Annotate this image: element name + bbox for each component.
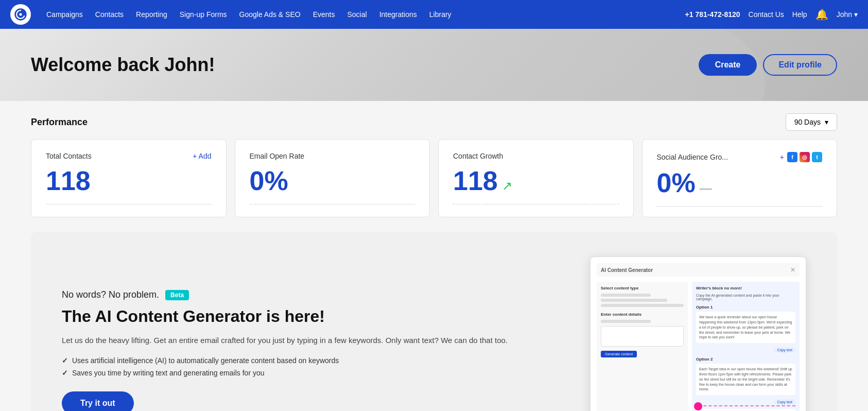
- stat-label-email-open-rate: Email Open Rate: [250, 152, 305, 160]
- screenshot-option2-text: Each Target idea in our open house this …: [696, 364, 795, 395]
- nav-links: Campaigns Contacts Reporting Sign-up For…: [41, 7, 685, 22]
- try-it-out-button[interactable]: Try it out: [62, 391, 134, 411]
- social-dash-indicator: —: [700, 181, 712, 195]
- stat-value-contact-growth: 118: [453, 166, 498, 196]
- screenshot-option2-label: Option 2: [696, 357, 795, 362]
- stat-footer: [46, 204, 212, 204]
- stat-card-contact-growth: Contact Growth 118 ↗: [438, 139, 634, 217]
- stat-card-header: Total Contacts + Add: [46, 152, 212, 160]
- nav-contact-us[interactable]: Contact Us: [749, 10, 784, 19]
- nav-item-contacts[interactable]: Contacts: [90, 7, 129, 22]
- screenshot-body: Select content type Enter content detail…: [597, 282, 800, 411]
- ai-text-section: No words? No problem. Beta The AI Conten…: [62, 289, 559, 411]
- stat-value-social-audience: 0%: [657, 168, 696, 198]
- screenshot-right-desc: Copy the AI-generated content and paste …: [696, 294, 795, 301]
- period-label: 90 Days: [794, 118, 821, 126]
- growth-indicator-icon: ↗: [502, 179, 512, 193]
- twitter-icon: t: [812, 152, 822, 162]
- nav-item-library[interactable]: Library: [424, 7, 457, 22]
- ai-content-banner: No words? No problem. Beta The AI Conten…: [31, 232, 837, 411]
- stat-label-contact-growth: Contact Growth: [453, 152, 503, 160]
- ai-description: Let us do the heavy lifting. Get an enti…: [62, 335, 559, 347]
- stat-footer: [657, 206, 823, 207]
- facebook-icon: f: [787, 152, 797, 162]
- nav-item-events[interactable]: Events: [308, 7, 340, 22]
- close-icon[interactable]: ✕: [790, 266, 795, 273]
- create-button[interactable]: Create: [699, 54, 757, 76]
- nav-phone: +1 781-472-8120: [685, 10, 740, 19]
- chevron-down-icon: ▾: [825, 118, 828, 126]
- beta-badge: Beta: [165, 290, 189, 300]
- screenshot-enter-title: Enter content details: [601, 312, 684, 317]
- copy-text-button-2[interactable]: Copy text: [774, 399, 795, 405]
- logo[interactable]: [10, 4, 31, 25]
- ai-features-list: Uses artificial intelligence (AI) to aut…: [62, 356, 559, 377]
- stat-card-social-audience: Social Audience Gro... + f ◎ t 0% —: [642, 139, 838, 217]
- ai-feature-item: Saves you time by writing text and gener…: [62, 369, 559, 377]
- screenshot-generate-btn: Generate content: [601, 351, 637, 357]
- screenshot-textarea: [601, 326, 684, 347]
- stat-footer: [250, 204, 415, 204]
- stat-label-social-audience: Social Audience Gro...: [657, 153, 728, 161]
- edit-profile-button[interactable]: Edit profile: [763, 54, 837, 76]
- add-social-button[interactable]: +: [780, 153, 784, 161]
- screenshot-title: AI Content Generator: [601, 267, 653, 273]
- screenshot-feedback: How'd we do?: [696, 409, 795, 411]
- nav-item-signup-forms[interactable]: Sign-up Forms: [175, 7, 232, 22]
- nav-item-google-ads[interactable]: Google Ads & SEO: [234, 7, 306, 22]
- stat-value-total-contacts: 118: [46, 166, 91, 196]
- page-title: Welcome back John!: [31, 54, 215, 76]
- stat-footer: [453, 204, 619, 204]
- stat-card-email-open-rate: Email Open Rate 0%: [235, 139, 430, 217]
- stat-card-total-contacts: Total Contacts + Add 118: [31, 139, 227, 217]
- screenshot-left-title: Select content type: [601, 286, 684, 290]
- username-label: John: [837, 10, 852, 19]
- stat-value-email-open-rate: 0%: [250, 166, 288, 196]
- navbar: Campaigns Contacts Reporting Sign-up For…: [0, 0, 868, 29]
- stat-card-header: Contact Growth: [453, 152, 619, 160]
- stat-card-header: Email Open Rate: [250, 152, 415, 160]
- user-menu[interactable]: John ▾: [837, 10, 858, 19]
- nav-item-reporting[interactable]: Reporting: [131, 7, 172, 22]
- screenshot-option1-label: Option 1: [696, 305, 795, 310]
- nav-item-social[interactable]: Social: [342, 7, 372, 22]
- bell-icon[interactable]: 🔔: [815, 8, 828, 21]
- ai-title: The AI Content Generator is here!: [62, 306, 559, 326]
- hero-buttons: Create Edit profile: [699, 54, 837, 76]
- svg-point-1: [19, 13, 22, 15]
- stat-cards: Total Contacts + Add 118 Email Open Rate…: [31, 139, 837, 217]
- screenshot-option1-text: We have a quick reminder about our open …: [696, 312, 795, 343]
- screenshot-left-panel: Select content type Enter content detail…: [597, 282, 688, 411]
- ai-no-words-label: No words? No problem.: [62, 289, 159, 300]
- add-contacts-button[interactable]: + Add: [193, 152, 211, 160]
- ss-divider: [601, 320, 651, 323]
- nav-item-integrations[interactable]: Integrations: [374, 7, 422, 22]
- nav-item-campaigns[interactable]: Campaigns: [41, 7, 88, 22]
- ss-divider: [601, 299, 667, 302]
- ss-divider: [601, 294, 651, 297]
- nav-help[interactable]: Help: [792, 10, 807, 19]
- performance-header: Performance 90 Days ▾: [31, 113, 837, 131]
- performance-title: Performance: [31, 117, 88, 128]
- instagram-icon: ◎: [800, 152, 810, 162]
- period-selector[interactable]: 90 Days ▾: [786, 113, 837, 131]
- main-content: Performance 90 Days ▾ Total Contacts + A…: [0, 101, 868, 411]
- social-icons: f ◎ t: [787, 152, 822, 162]
- dotted-line-decoration: [698, 405, 795, 406]
- screenshot-right-title: Writer's block no more!: [696, 286, 795, 290]
- stat-label-total-contacts: Total Contacts: [46, 152, 92, 160]
- ai-feature-item: Uses artificial intelligence (AI) to aut…: [62, 356, 559, 365]
- ai-screenshot-mockup: AI Content Generator ✕ Select content ty…: [590, 256, 806, 411]
- screenshot-header: AI Content Generator ✕: [597, 263, 800, 277]
- ai-header-row: No words? No problem. Beta: [62, 289, 559, 300]
- dot-decoration: [694, 402, 702, 410]
- stat-card-header: Social Audience Gro... + f ◎ t: [657, 152, 823, 162]
- nav-right: +1 781-472-8120 Contact Us Help 🔔 John ▾: [685, 8, 858, 21]
- ai-feature-text-2: Saves you time by writing text and gener…: [72, 369, 265, 377]
- screenshot-right-panel: Writer's block no more! Copy the AI-gene…: [692, 282, 800, 411]
- ss-divider: [601, 304, 684, 307]
- hero-section: Welcome back John! Create Edit profile: [0, 29, 868, 101]
- chevron-down-icon: ▾: [854, 10, 858, 19]
- ai-feature-text-1: Uses artificial intelligence (AI) to aut…: [72, 356, 339, 365]
- copy-text-button-1[interactable]: Copy text: [774, 347, 795, 353]
